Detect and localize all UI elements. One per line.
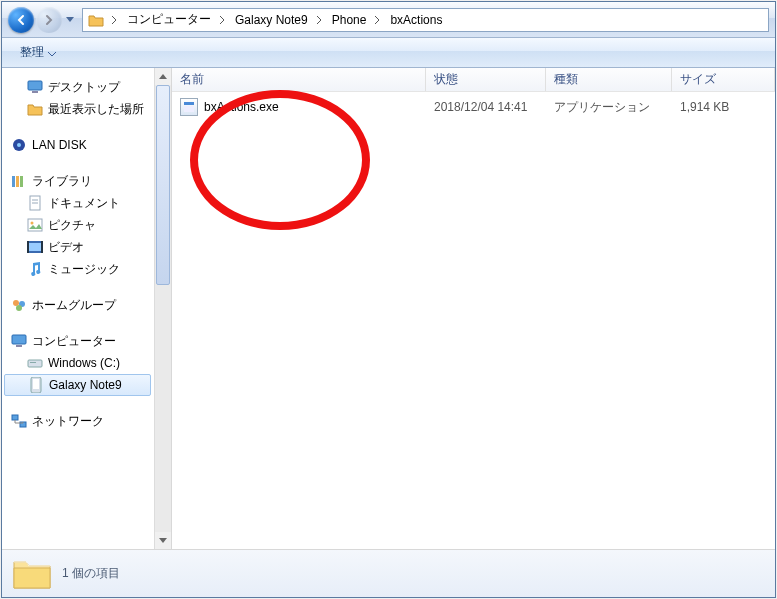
- breadcrumb-phone[interactable]: Phone: [326, 9, 371, 31]
- sidebar-item-pictures[interactable]: ピクチャ: [2, 214, 153, 236]
- folder-icon: [87, 11, 105, 29]
- explorer-window: コンピューター Galaxy Note9 Phone bxActions 整理 …: [1, 1, 776, 598]
- scroll-up-icon[interactable]: [155, 68, 171, 85]
- body: デスクトップ 最近表示した場所 LAN DISK ライブラリ ドキュメント ピク…: [2, 68, 775, 549]
- svg-point-3: [17, 143, 21, 147]
- back-button[interactable]: [8, 7, 34, 33]
- svg-rect-27: [184, 102, 194, 105]
- sidebar-item-music[interactable]: ミュージック: [2, 258, 153, 280]
- svg-rect-5: [16, 176, 19, 187]
- sidebar-item-computer[interactable]: コンピューター: [2, 330, 153, 352]
- nav-history-dropdown[interactable]: [64, 17, 76, 23]
- exe-icon: [180, 98, 198, 116]
- chevron-right-icon[interactable]: [107, 16, 121, 24]
- scroll-down-icon[interactable]: [155, 532, 171, 549]
- document-icon: [26, 194, 44, 212]
- picture-icon: [26, 216, 44, 234]
- status-text: 1 個の項目: [62, 565, 120, 582]
- svg-rect-14: [27, 241, 29, 253]
- file-list: 名前 状態 種類 サイズ bxActions.exe 2018/12/04 14…: [172, 68, 775, 549]
- sidebar-item-network[interactable]: ネットワーク: [2, 410, 153, 432]
- svg-rect-20: [16, 345, 22, 347]
- desktop-icon: [26, 78, 44, 96]
- svg-point-16: [13, 300, 19, 306]
- address-bar[interactable]: コンピューター Galaxy Note9 Phone bxActions: [82, 8, 769, 32]
- disk-icon: [10, 136, 28, 154]
- table-row[interactable]: bxActions.exe 2018/12/04 14:41 アプリケーション …: [172, 96, 775, 118]
- file-size: 1,914 KB: [672, 100, 775, 114]
- svg-rect-19: [12, 335, 26, 344]
- svg-rect-25: [12, 415, 18, 420]
- nav-bar: コンピューター Galaxy Note9 Phone bxActions: [2, 2, 775, 38]
- chevron-down-icon: [48, 46, 56, 60]
- chevron-right-icon[interactable]: [312, 16, 326, 24]
- breadcrumb-folder[interactable]: bxActions: [384, 9, 446, 31]
- sidebar-item-documents[interactable]: ドキュメント: [2, 192, 153, 214]
- sidebar-item-phone[interactable]: Galaxy Note9: [4, 374, 151, 396]
- svg-rect-22: [30, 362, 36, 363]
- file-date: 2018/12/04 14:41: [426, 100, 546, 114]
- svg-rect-10: [28, 219, 42, 231]
- svg-rect-28: [184, 106, 194, 112]
- network-icon: [10, 412, 28, 430]
- svg-rect-13: [29, 243, 41, 251]
- forward-button[interactable]: [36, 7, 62, 33]
- toolbar: 整理: [2, 38, 775, 68]
- folder-icon: [12, 554, 52, 594]
- music-icon: [26, 260, 44, 278]
- column-size[interactable]: サイズ: [672, 68, 775, 91]
- column-type[interactable]: 種類: [546, 68, 672, 91]
- library-icon: [10, 172, 28, 190]
- phone-icon: [27, 376, 45, 394]
- svg-rect-15: [41, 241, 43, 253]
- sidebar-item-videos[interactable]: ビデオ: [2, 236, 153, 258]
- sidebar-item-landisk[interactable]: LAN DISK: [2, 134, 153, 156]
- svg-point-18: [16, 305, 22, 311]
- sidebar-item-cdrive[interactable]: Windows (C:): [2, 352, 153, 374]
- status-bar: 1 個の項目: [2, 549, 775, 597]
- sidebar-item-libraries[interactable]: ライブラリ: [2, 170, 153, 192]
- breadcrumb-computer[interactable]: コンピューター: [121, 9, 215, 31]
- scroll-thumb[interactable]: [156, 85, 170, 285]
- nav-pane: デスクトップ 最近表示した場所 LAN DISK ライブラリ ドキュメント ピク…: [2, 68, 172, 549]
- sidebar-item-desktop[interactable]: デスクトップ: [2, 76, 153, 98]
- column-date[interactable]: 状態: [426, 68, 546, 91]
- tree: デスクトップ 最近表示した場所 LAN DISK ライブラリ ドキュメント ピク…: [2, 76, 171, 432]
- svg-rect-1: [32, 91, 38, 93]
- breadcrumb-device[interactable]: Galaxy Note9: [229, 9, 312, 31]
- sidebar-item-recent[interactable]: 最近表示した場所: [2, 98, 153, 120]
- chevron-right-icon[interactable]: [370, 16, 384, 24]
- svg-rect-24: [33, 379, 39, 389]
- svg-rect-21: [28, 360, 42, 367]
- column-headers: 名前 状態 種類 サイズ: [172, 68, 775, 92]
- organize-button[interactable]: 整理: [10, 40, 66, 65]
- file-type: アプリケーション: [546, 99, 672, 116]
- svg-rect-6: [20, 176, 23, 187]
- file-name: bxActions.exe: [204, 100, 279, 114]
- computer-icon: [10, 332, 28, 350]
- column-name[interactable]: 名前: [172, 68, 426, 91]
- video-icon: [26, 238, 44, 256]
- sidebar-item-homegroup[interactable]: ホームグループ: [2, 294, 153, 316]
- svg-point-11: [31, 222, 34, 225]
- drive-icon: [26, 354, 44, 372]
- sidebar-scrollbar[interactable]: [154, 68, 171, 549]
- homegroup-icon: [10, 296, 28, 314]
- svg-rect-0: [28, 81, 42, 90]
- organize-label: 整理: [20, 44, 44, 61]
- file-rows: bxActions.exe 2018/12/04 14:41 アプリケーション …: [172, 92, 775, 549]
- recent-icon: [26, 100, 44, 118]
- svg-rect-4: [12, 176, 15, 187]
- chevron-right-icon[interactable]: [215, 16, 229, 24]
